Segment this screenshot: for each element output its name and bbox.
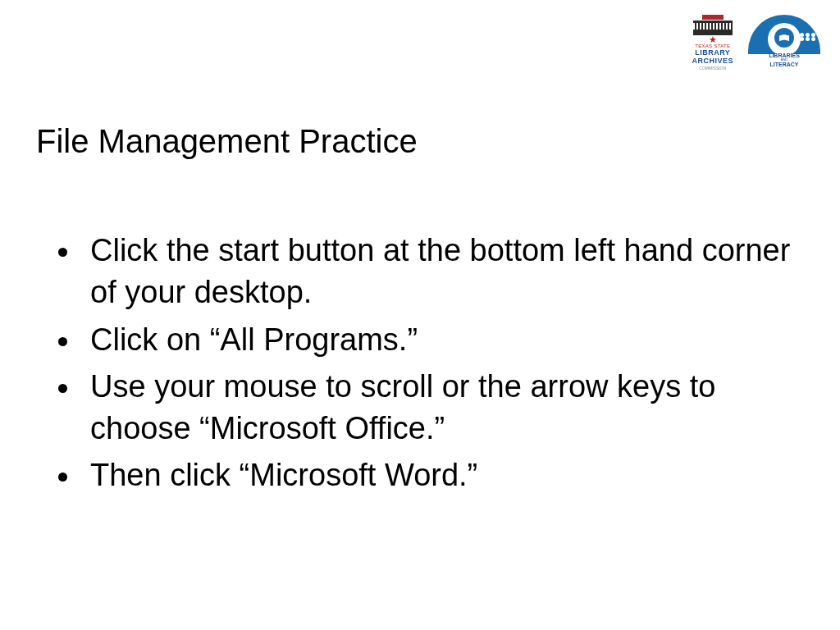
people-icon	[800, 33, 815, 37]
bullet-list: Click the start button at the bottom lef…	[49, 230, 799, 502]
building-roof-icon	[702, 15, 724, 20]
slide: ★ TEXAS STATE LIBRARY ARCHIVES COMMISSIO…	[0, 0, 840, 630]
tsla-text-3: COMMISSION	[699, 66, 726, 71]
list-item: Use your mouse to scroll or the arrow ke…	[82, 366, 799, 450]
list-item: Click on “All Programs.”	[82, 319, 799, 361]
logo-row: ★ TEXAS STATE LIBRARY ARCHIVES COMMISSIO…	[692, 15, 820, 71]
fan-icon: LIBRARIES AND LITERACY	[748, 15, 820, 61]
tsla-text-2b: ARCHIVES	[692, 57, 733, 65]
list-item: Then click “Microsoft Word.”	[82, 454, 799, 496]
tsla-text-2a: LIBRARY	[695, 49, 730, 57]
list-item: Click the start button at the bottom lef…	[82, 230, 799, 314]
slide-title: File Management Practice	[36, 123, 418, 160]
star-icon: ★	[709, 36, 717, 43]
tsla-logo: ★ TEXAS STATE LIBRARY ARCHIVES COMMISSIO…	[692, 15, 733, 71]
libraries-literacy-logo: LIBRARIES AND LITERACY	[748, 15, 820, 61]
ll-text-3: LITERACY	[748, 62, 820, 67]
book-icon	[779, 34, 789, 41]
building-icon	[693, 21, 733, 35]
